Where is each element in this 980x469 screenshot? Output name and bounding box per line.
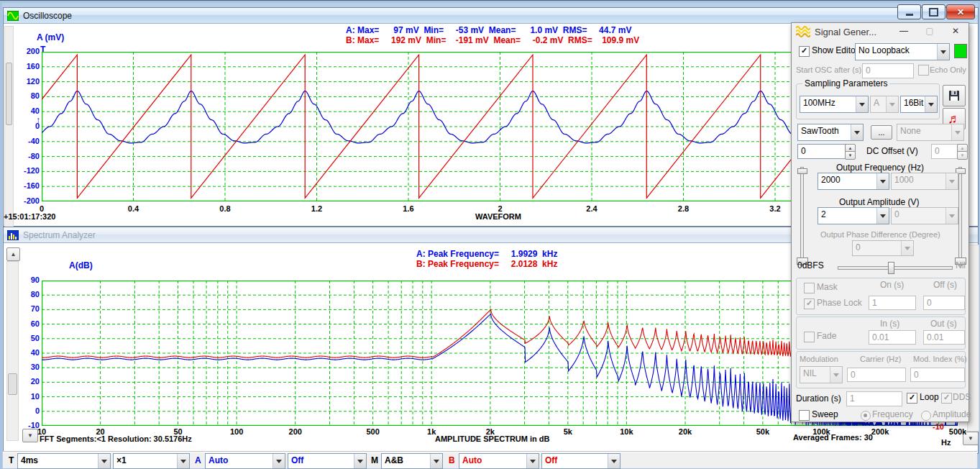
sampling-toolbar: T 4ms ×1 A Auto Off M A&B B Auto Off: [3, 452, 977, 468]
sampling-channel-combo[interactable]: A: [870, 96, 899, 113]
combo-arrow-icon[interactable]: [608, 454, 620, 468]
oscilloscope-icon: [7, 11, 19, 21]
sg-maximize-button[interactable]: ▢: [921, 26, 938, 37]
oscilloscope-titlebar[interactable]: Oscilloscope: [4, 8, 978, 24]
combo-arrow-icon[interactable]: [876, 173, 889, 189]
sg-minimize-button[interactable]: —: [895, 26, 912, 37]
wave-more-button[interactable]: ...: [871, 125, 892, 140]
waveform-y-tick: 80: [14, 91, 40, 100]
oscilloscope-left-scrollbar[interactable]: [4, 26, 14, 229]
mask-checkbox[interactable]: [804, 283, 815, 293]
channel-b-stats: B: Max= 192 mV Min= -191 mV Mean= -0.2 m…: [346, 35, 639, 45]
waveform-y-axis-title: A (mV): [37, 32, 64, 42]
spectrum-y-tick: 30: [14, 363, 40, 371]
waveform-y-tick: 40: [14, 106, 40, 115]
mask-label: Mask: [817, 282, 838, 292]
fade-in-input[interactable]: 0.01: [869, 330, 916, 345]
combo-arrow-icon[interactable]: [945, 173, 958, 189]
combo-arrow-icon[interactable]: [951, 124, 963, 140]
fade-checkbox[interactable]: [804, 332, 815, 342]
spectrum-x-tick: 100: [230, 427, 243, 436]
spectrum-y-tick: 50: [14, 334, 40, 342]
frequency-a-combo[interactable]: 2000: [818, 173, 889, 190]
sweep-checkbox[interactable]: [799, 410, 810, 421]
combo-arrow-icon[interactable]: [856, 96, 868, 112]
waveform-x-tick: 2.8: [678, 204, 689, 213]
amplitude-a-combo[interactable]: 2: [818, 207, 889, 224]
combo-arrow-icon[interactable]: [925, 96, 937, 112]
fade-group: In (s) Out (s) Fade 0.01 0.01: [796, 317, 966, 350]
carrier-input[interactable]: 0: [847, 368, 906, 382]
oscilloscope-scrollbar-thumb[interactable]: [6, 63, 12, 125]
window-maximize-button[interactable]: [922, 4, 945, 19]
dc-offset-a-input[interactable]: 0: [797, 144, 846, 159]
sweep-frequency-radio[interactable]: [861, 411, 871, 421]
mask-on-input[interactable]: 1: [869, 296, 916, 310]
frequency-b-combo[interactable]: 1000: [891, 173, 958, 190]
window-minimize-button[interactable]: [897, 4, 921, 19]
phase-difference-combo[interactable]: 0: [852, 240, 914, 256]
arrow-up-icon: ▲: [11, 251, 17, 258]
dc-offset-b-spin-down[interactable]: ▼: [957, 151, 968, 160]
sg-close-button[interactable]: ✕: [947, 26, 964, 37]
multiplier-combo[interactable]: ×1: [113, 453, 190, 469]
sampling-bits-combo[interactable]: 16Bit: [900, 96, 938, 113]
show-editor-checkbox[interactable]: ✓: [799, 46, 810, 57]
spectrum-bottom-dropdown-button[interactable]: ▼: [22, 429, 38, 442]
waveform-y-tick: -120: [14, 166, 40, 175]
combo-arrow-icon[interactable]: [177, 454, 189, 468]
spectrum-scroll-up-button[interactable]: ▲: [6, 247, 20, 261]
mod-index-input[interactable]: 0: [910, 368, 965, 382]
timebase-combo[interactable]: 4ms: [17, 453, 111, 469]
dc-offset-a-spin-down[interactable]: ▼: [845, 151, 856, 160]
generator-run-button[interactable]: [954, 44, 967, 58]
waveform-y-tick: -40: [14, 137, 40, 145]
dbfs-slider[interactable]: [838, 266, 953, 270]
save-settings-button[interactable]: [943, 85, 966, 106]
amplitude-b-combo[interactable]: 0: [891, 207, 958, 224]
combo-arrow-icon[interactable]: [945, 208, 958, 224]
spectrum-x-tick: 500: [366, 427, 379, 436]
a-coupling-combo[interactable]: Off: [288, 453, 367, 469]
duration-input[interactable]: 1: [846, 391, 902, 406]
loopback-combo[interactable]: No Loopback: [855, 43, 950, 60]
display-mode-combo[interactable]: A&B: [381, 453, 443, 469]
dc-offset-b-input[interactable]: 0: [931, 144, 960, 159]
peak-frequency-b: B: Peak Frequency= 2.0128 kHz: [416, 259, 557, 269]
a-range-combo[interactable]: Auto: [205, 453, 285, 469]
channel-b-label: B: [449, 455, 455, 465]
mask-off-input[interactable]: 0: [923, 296, 965, 310]
frequency-a-slider[interactable]: [800, 167, 804, 266]
phase-lock-checkbox[interactable]: ✓: [804, 299, 815, 309]
frequency-b-slider[interactable]: [958, 167, 962, 266]
minimize-icon: [906, 14, 913, 16]
b-range-combo[interactable]: Auto: [459, 453, 539, 469]
dbfs-slider-thumb[interactable]: [888, 262, 894, 274]
combo-arrow-icon[interactable]: [526, 454, 539, 468]
combo-arrow-icon[interactable]: [98, 454, 110, 468]
loop-checkbox[interactable]: ✓: [907, 393, 917, 404]
window-combo[interactable]: None: [897, 124, 964, 141]
modulation-combo[interactable]: NIL: [800, 366, 843, 383]
combo-arrow-icon[interactable]: [354, 454, 366, 468]
dds-checkbox[interactable]: ✓: [941, 393, 952, 404]
combo-arrow-icon[interactable]: [937, 44, 949, 60]
spectrum-y-tick: 60: [14, 319, 40, 328]
combo-arrow-icon[interactable]: [886, 96, 898, 112]
sampling-rate-combo[interactable]: 100MHz: [800, 96, 869, 113]
combo-arrow-icon[interactable]: [430, 454, 442, 468]
echo-only-checkbox[interactable]: [918, 65, 929, 76]
spectrum-x-tick: 50k: [756, 427, 769, 436]
window-close-button[interactable]: ✕: [946, 4, 975, 19]
combo-arrow-icon[interactable]: [830, 367, 842, 383]
combo-arrow-icon[interactable]: [273, 454, 285, 468]
fade-out-input[interactable]: 0.01: [923, 330, 965, 345]
sweep-amplitude-radio[interactable]: [921, 411, 931, 421]
combo-arrow-icon[interactable]: [851, 124, 863, 140]
start-osc-input[interactable]: 0: [862, 63, 914, 78]
spectrum-x-tick: 5k: [564, 427, 572, 436]
wave-type-combo[interactable]: SawTooth: [797, 124, 864, 141]
combo-arrow-icon[interactable]: [876, 208, 889, 224]
b-coupling-combo[interactable]: Off: [541, 453, 620, 469]
combo-arrow-icon[interactable]: [901, 241, 913, 255]
